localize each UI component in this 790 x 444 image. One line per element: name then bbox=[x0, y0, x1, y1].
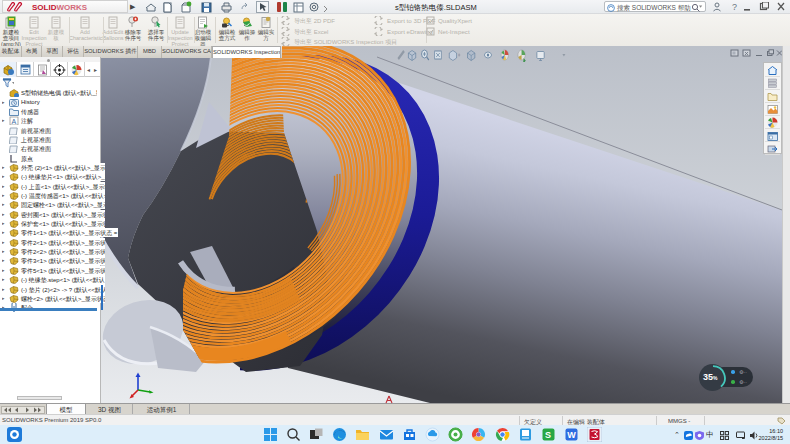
svg-text:S: S bbox=[545, 430, 551, 440]
svg-text:?: ? bbox=[732, 2, 737, 12]
svg-text:W: W bbox=[567, 430, 576, 440]
svg-text:A: A bbox=[12, 118, 17, 125]
